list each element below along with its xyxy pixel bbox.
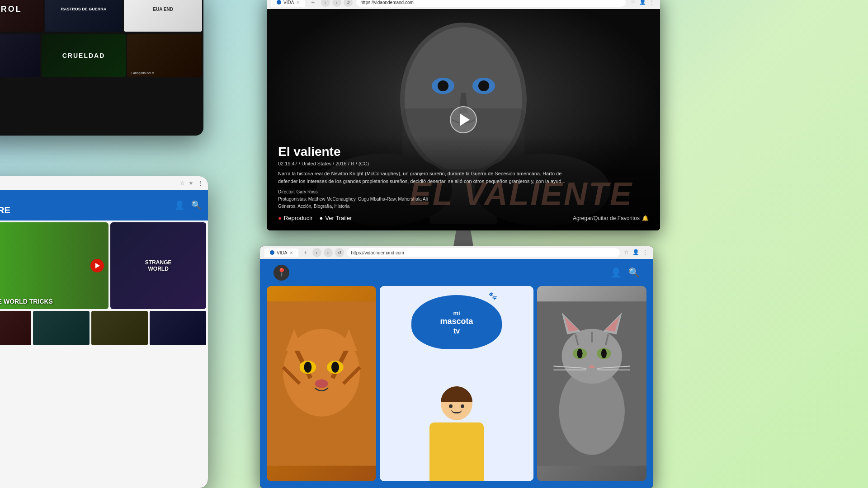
dot-red: ● xyxy=(278,215,282,221)
browser-bar-tr: VIDA ✕ + ‹ › ↺ https://vidaondemand.com … xyxy=(267,0,660,9)
browser-bar-br: VIDA ✕ + ‹ › ↺ https://vidaondemand.com … xyxy=(260,246,653,259)
movie-actions: ● Reproducir ● Ver Trailer Agregar/Quita… xyxy=(278,215,649,221)
browser-tab-vida-br[interactable]: VIDA ✕ xyxy=(264,249,298,257)
abogado-label: El Abogado del M. xyxy=(129,71,155,75)
mascota-header: 📍 👤 🔍 xyxy=(260,259,653,286)
tiger-image xyxy=(267,286,376,481)
browser-tab-vida[interactable]: VIDA ✕ xyxy=(271,0,305,7)
movie-meta: 02:19:47 / United States / 2016 / R / (C… xyxy=(278,161,649,166)
small-cards-row xyxy=(0,311,208,347)
svg-point-34 xyxy=(577,348,582,358)
monitor-screen-tr: VIDA ✕ + ‹ › ↺ https://vidaondemand.com … xyxy=(267,0,660,230)
director-text: Director: Gary Ross xyxy=(278,188,649,196)
carol-title: CAROL xyxy=(0,5,22,14)
menu-icon[interactable]: ⋮ xyxy=(197,179,203,187)
movie-info-overlay: El valiente 02:19:47 / United States / 2… xyxy=(267,136,660,230)
bookmark-icon[interactable]: ☆ xyxy=(629,0,637,6)
monitor-screen-br: VIDA ✕ + ‹ › ↺ https://vidaondemand.com … xyxy=(260,246,653,488)
refresh-button-br[interactable]: ↺ xyxy=(335,248,344,257)
out-there-header: OUT THERE 👤 🔍 xyxy=(0,190,208,221)
back-button[interactable]: ‹ xyxy=(321,0,330,7)
location-icon: 📍 xyxy=(277,267,287,277)
play-button[interactable] xyxy=(90,259,104,272)
mascota-user-icon[interactable]: 👤 xyxy=(610,267,622,278)
mimascota-tv: tv xyxy=(453,327,460,335)
world-tricks-text: ND THE WORLD TRICKS xyxy=(0,298,53,305)
url-text-br: https://vidaondemand.com xyxy=(351,250,404,255)
back-button-br[interactable]: ‹ xyxy=(312,248,321,257)
search-icon[interactable]: 🔍 xyxy=(191,200,201,210)
movies-row-1: CAROL RASTROS DE GUERRA EUA END xyxy=(0,0,203,32)
abogado-card[interactable]: El Abogado del M. xyxy=(127,34,202,77)
new-tab-icon[interactable]: + xyxy=(309,0,317,6)
crueldad-card[interactable]: CRUELDAD xyxy=(42,34,126,77)
world-tricks-card[interactable]: ND THE WORLD TRICKS xyxy=(0,222,108,309)
tab-favicon xyxy=(277,0,281,5)
tiger-card[interactable] xyxy=(267,286,376,481)
logo-line1: OUT xyxy=(0,195,10,205)
captiva-card[interactable]: CAPTIVA xyxy=(0,34,40,77)
movie-description: Narra la historia real de Newton Knight … xyxy=(278,170,572,185)
tablet-top-bar: ☆ ★ ⋮ xyxy=(0,176,208,190)
rastros-card[interactable]: RASTROS DE GUERRA xyxy=(45,0,123,32)
favorites-button[interactable]: Agregar/Quitar de Favoritos 🔔 xyxy=(573,215,649,221)
monitor-bottom-right: VIDA ✕ + ‹ › ↺ https://vidaondemand.com … xyxy=(260,246,653,488)
reproducir-label: Reproducir xyxy=(284,215,313,221)
url-bar[interactable]: https://vidaondemand.com xyxy=(356,0,626,7)
tab-close-icon-br[interactable]: ✕ xyxy=(289,250,293,255)
profile-icon[interactable]: 👤 xyxy=(639,0,646,6)
small-card-3[interactable] xyxy=(91,311,148,345)
user-icon[interactable]: 👤 xyxy=(175,200,184,210)
forward-button-br[interactable]: › xyxy=(324,248,333,257)
carol-card[interactable]: CAROL xyxy=(0,0,43,32)
trailer-button[interactable]: ● Ver Trailer xyxy=(319,215,352,221)
small-card-4[interactable] xyxy=(150,311,206,345)
forward-button[interactable]: › xyxy=(332,0,341,7)
star-icon: ☆ xyxy=(180,180,185,186)
play-triangle xyxy=(460,113,470,126)
tablet-bottom-left: ☆ ★ ⋮ OUT THERE 👤 🔍 ND THE WORLD TRICKS xyxy=(0,176,208,488)
strange-world-card[interactable]: STRANGEWORLD xyxy=(110,222,206,309)
refresh-button[interactable]: ↺ xyxy=(344,0,353,7)
browser-controls: ‹ › ↺ xyxy=(321,0,353,7)
tablet-screen: CAROL RASTROS DE GUERRA EUA END CAPTIVA … xyxy=(0,0,203,136)
movie-details: Director: Gary Ross Protagonistas: Matth… xyxy=(278,188,649,210)
svg-point-35 xyxy=(601,348,606,358)
euro-title: EUA END xyxy=(153,7,173,12)
tab-label-br: VIDA xyxy=(277,250,287,255)
genres-text: Géneros: Acción, Biografía, Historia xyxy=(278,203,649,210)
euro-card[interactable]: EUA END xyxy=(124,0,202,32)
browser-icons: ☆ 👤 ⋮ xyxy=(629,0,656,6)
reproducir-button[interactable]: ● Reproducir xyxy=(278,215,312,221)
favorites-icon: 🔔 xyxy=(642,215,649,221)
strange-world-label: STRANGEWORLD xyxy=(145,259,172,272)
favorites-label: Agregar/Quitar de Favoritos xyxy=(573,215,640,221)
small-card-1[interactable] xyxy=(0,311,31,345)
mimascota-center-card[interactable]: mi mascota tv 🐾 xyxy=(380,286,533,481)
mascota-logo: 📍 xyxy=(274,265,289,281)
out-there-logo: OUT THERE xyxy=(0,195,10,215)
extensions-icon[interactable]: ⋮ xyxy=(648,0,656,6)
extensions-icon-br[interactable]: ⋮ xyxy=(642,249,649,256)
tablet-bl-screen: ☆ ★ ⋮ OUT THERE 👤 🔍 ND THE WORLD TRICKS xyxy=(0,176,208,488)
protagonistas-text: Protagonistas: Matthew McConaughey, Gugu… xyxy=(278,196,649,203)
new-tab-icon-br[interactable]: + xyxy=(301,249,309,256)
profile-icon-br[interactable]: 👤 xyxy=(632,249,639,256)
bookmark-icon-br[interactable]: ☆ xyxy=(623,249,630,256)
hero-play-button[interactable] xyxy=(450,106,477,133)
mascota-search-icon[interactable]: 🔍 xyxy=(628,267,640,278)
rastros-title: RASTROS DE GUERRA xyxy=(59,5,109,14)
dot-white: ● xyxy=(319,215,323,221)
featured-content: ND THE WORLD TRICKS STRANGEWORLD xyxy=(0,221,208,311)
cat-card[interactable] xyxy=(537,286,646,481)
svg-point-22 xyxy=(315,379,328,388)
trailer-label: Ver Trailer xyxy=(325,215,352,221)
small-card-2[interactable] xyxy=(33,311,90,345)
tab-close-icon[interactable]: ✕ xyxy=(296,0,300,5)
mascota-header-icons: 👤 🔍 xyxy=(610,267,640,278)
url-bar-br[interactable]: https://vidaondemand.com xyxy=(347,248,620,257)
monitor-top-right: VIDA ✕ + ‹ › ↺ https://vidaondemand.com … xyxy=(267,0,660,230)
browser-controls-br: ‹ › ↺ xyxy=(312,248,344,257)
svg-point-6 xyxy=(438,80,448,91)
header-icons: 👤 🔍 xyxy=(175,200,201,210)
